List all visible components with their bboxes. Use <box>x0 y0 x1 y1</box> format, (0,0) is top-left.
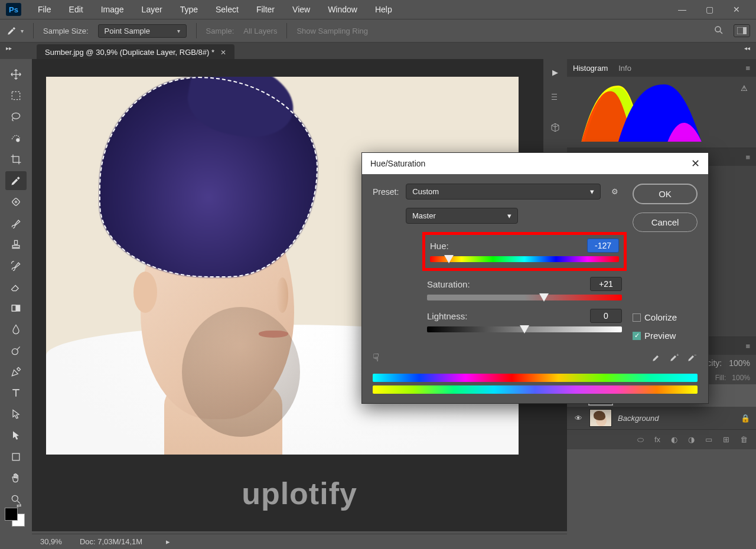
sample-size-label: Sample Size: <box>43 27 89 35</box>
search-icon[interactable] <box>713 25 724 37</box>
document-tabs: Sumber.jpg @ 30,9% (Duplicate Layer, RGB… <box>0 43 756 60</box>
zoom-level[interactable]: 30,9% <box>40 537 62 546</box>
tool-shape[interactable] <box>5 447 27 466</box>
tool-hand[interactable] <box>5 469 27 488</box>
tool-history-brush[interactable] <box>5 256 27 275</box>
saturation-input[interactable] <box>590 277 622 291</box>
menu-image[interactable]: Image <box>94 2 131 17</box>
sample-size-select[interactable]: Point Sample <box>98 24 187 38</box>
hue-input[interactable] <box>587 238 619 253</box>
tool-blur[interactable] <box>5 320 27 339</box>
layer-fx-icon[interactable]: fx <box>654 435 660 444</box>
chevron-right-icon[interactable]: ▸ <box>166 537 170 546</box>
svg-text:−: − <box>694 352 697 357</box>
tool-stamp[interactable] <box>5 235 27 254</box>
tool-path-select[interactable] <box>5 405 27 424</box>
close-icon[interactable]: ✕ <box>691 157 700 170</box>
document-tab[interactable]: Sumber.jpg @ 30,9% (Duplicate Layer, RGB… <box>37 44 234 60</box>
show-sampling-ring[interactable]: Show Sampling Ring <box>296 27 368 35</box>
window-maximize[interactable]: ▢ <box>696 0 723 19</box>
tab-info[interactable]: Info <box>618 64 631 73</box>
preview-checkbox[interactable]: ✓Preview <box>633 331 698 341</box>
tool-eyedropper[interactable] <box>5 171 27 190</box>
play-icon[interactable]: ▶ <box>548 65 562 79</box>
lightness-slider[interactable] <box>427 326 622 332</box>
menu-edit[interactable]: Edit <box>62 2 90 17</box>
hue-handle[interactable] <box>444 255 454 263</box>
collapse-left-icon[interactable]: ▸▸ <box>6 45 12 51</box>
menu-window[interactable]: Window <box>321 2 364 17</box>
colorize-checkbox[interactable]: Colorize <box>633 312 698 322</box>
color-strip-result <box>373 385 698 394</box>
menu-layer[interactable]: Layer <box>135 2 170 17</box>
lock-icon[interactable]: 🔒 <box>741 414 750 423</box>
tab-histogram[interactable]: Histogram <box>573 64 608 73</box>
cancel-button[interactable]: Cancel <box>633 213 698 232</box>
saturation-slider[interactable] <box>427 295 622 300</box>
tool-marquee[interactable] <box>5 86 27 105</box>
layer-row[interactable]: 👁 Background 🔒 <box>567 407 756 429</box>
preset-select[interactable]: Custom▾ <box>406 184 601 200</box>
eyedropper-plus-icon[interactable]: + <box>669 352 680 364</box>
menu-view[interactable]: View <box>285 2 317 17</box>
hue-highlight: Hue: <box>422 232 627 271</box>
divider <box>33 23 34 38</box>
tool-brush[interactable] <box>5 214 27 233</box>
svg-text:+: + <box>676 352 679 357</box>
tool-zoom[interactable] <box>5 490 27 509</box>
scrub-hand-icon[interactable]: ☟ <box>373 351 379 364</box>
tool-direct-select[interactable] <box>5 426 27 445</box>
properties-icon[interactable] <box>548 90 562 104</box>
layer-thumbnail[interactable] <box>589 409 612 427</box>
panel-menu-icon[interactable]: ≡ <box>745 64 750 73</box>
layer-mask-icon[interactable]: ◐ <box>671 435 677 444</box>
delete-layer-icon[interactable]: 🗑 <box>740 435 748 444</box>
new-layer-icon[interactable]: ⊞ <box>723 435 729 444</box>
menu-select[interactable]: Select <box>208 2 246 17</box>
tool-crop[interactable] <box>5 150 27 169</box>
collapse-right-icon[interactable]: ◂◂ <box>744 45 750 51</box>
eyedropper-icon[interactable] <box>651 352 662 364</box>
workspace-switcher[interactable] <box>734 24 750 37</box>
menu-help[interactable]: Help <box>368 2 399 17</box>
ok-button[interactable]: OK <box>633 184 698 204</box>
tool-move[interactable] <box>5 65 27 84</box>
group-icon[interactable]: ▭ <box>705 435 712 444</box>
foreground-color-swatch[interactable] <box>5 508 18 521</box>
preset-gear-icon[interactable]: ⚙ <box>608 187 622 196</box>
panel-menu-icon[interactable]: ≡ <box>745 342 750 351</box>
tool-quick-select[interactable] <box>5 129 27 148</box>
lightness-handle[interactable] <box>520 325 529 334</box>
tool-lasso[interactable] <box>5 107 27 126</box>
hue-saturation-dialog: Hue/Saturation ✕ Preset: Custom▾ ⚙ Maste… <box>361 152 709 404</box>
tool-type[interactable] <box>5 384 27 403</box>
histogram-warning-icon[interactable]: ⚠ <box>741 84 748 93</box>
tool-gradient[interactable] <box>5 299 27 318</box>
window-close[interactable]: ✕ <box>723 0 750 19</box>
close-tab-icon[interactable]: ✕ <box>220 48 226 57</box>
fill-value[interactable]: 100% <box>732 374 750 382</box>
3d-icon[interactable] <box>548 120 562 135</box>
lightness-input[interactable] <box>590 309 622 323</box>
tool-dodge[interactable] <box>5 341 27 360</box>
opacity-value[interactable]: 100% <box>729 358 750 368</box>
menu-file[interactable]: File <box>31 2 58 17</box>
dialog-titlebar[interactable]: Hue/Saturation ✕ <box>362 153 708 174</box>
tool-healing[interactable] <box>5 192 27 211</box>
saturation-handle[interactable] <box>539 293 549 302</box>
link-layers-icon[interactable]: ⬭ <box>637 435 644 445</box>
doc-size[interactable]: Doc: 7,03M/14,1M <box>80 537 142 546</box>
window-minimize[interactable]: — <box>669 0 696 19</box>
menu-type[interactable]: Type <box>173 2 205 17</box>
layer-name[interactable]: Background <box>618 414 659 423</box>
eyedropper-minus-icon[interactable]: − <box>687 352 698 364</box>
adjustment-layer-icon[interactable]: ◑ <box>688 435 695 444</box>
tool-pen[interactable] <box>5 362 27 381</box>
hue-slider[interactable] <box>430 256 619 262</box>
visibility-icon[interactable]: 👁 <box>573 414 584 423</box>
menu-filter[interactable]: Filter <box>249 2 282 17</box>
channel-select[interactable]: Master▾ <box>406 208 518 224</box>
tool-eraser[interactable] <box>5 277 27 296</box>
panel-menu-icon[interactable]: ≡ <box>745 153 750 162</box>
tool-preset-picker[interactable] <box>6 23 24 38</box>
